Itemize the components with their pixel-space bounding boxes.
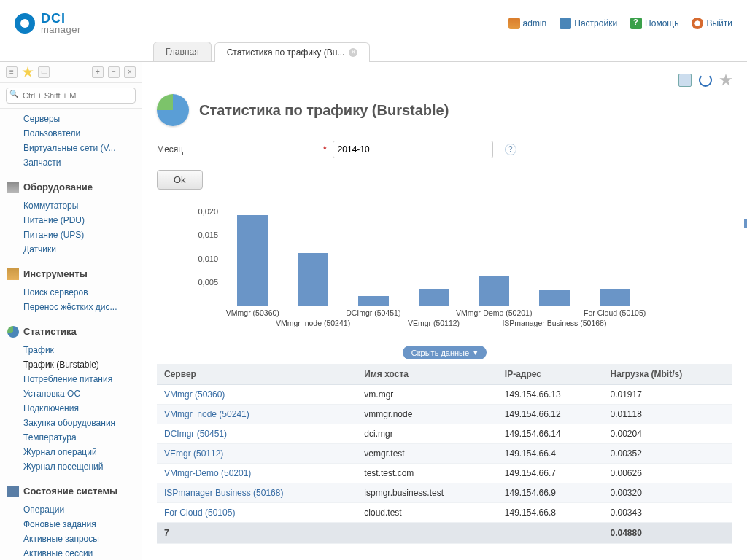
sidebar-item[interactable]: Потребление питания: [0, 372, 142, 386]
table-row[interactable]: VMmgr_node (50241)vmmgr.node149.154.66.1…: [157, 405, 732, 424]
chart-legend: Нагрузка (Mbit/s): [744, 219, 747, 236]
sidebar-item[interactable]: Операции: [0, 502, 142, 517]
table-row[interactable]: ISPmanager Business (50168)ispmgr.busine…: [157, 483, 732, 503]
sidebar-item[interactable]: Поиск серверов: [0, 285, 142, 300]
host-cell: vmmgr.node: [357, 405, 498, 424]
tab-traffic-stats[interactable]: Статистика по трафику (Bu... ×: [214, 42, 371, 62]
sidebar-item[interactable]: Питание (UPS): [0, 228, 142, 242]
favorite-icon[interactable]: [719, 74, 732, 87]
close-icon[interactable]: ×: [349, 48, 357, 57]
expand-icon[interactable]: +: [92, 66, 104, 78]
sidebar-item[interactable]: Виртуальные сети (V...: [0, 141, 142, 155]
chart-bar[interactable]: [237, 215, 268, 306]
table-row[interactable]: VMmgr (50360)vm.mgr149.154.66.130.01917: [157, 385, 732, 405]
load-cell: 0.01118: [603, 405, 732, 424]
stats-icon: [7, 326, 19, 338]
chart-bar[interactable]: [539, 290, 570, 306]
search-input[interactable]: [6, 88, 136, 104]
server-cell[interactable]: VMmgr (50360): [157, 385, 357, 405]
table-header[interactable]: Нагрузка (Mbit/s): [603, 364, 732, 385]
sidebar-item[interactable]: Коммутаторы: [0, 198, 142, 213]
sidebar-item[interactable]: Установка ОС: [0, 386, 142, 401]
host-cell: vemgr.test: [357, 444, 498, 464]
server-cell[interactable]: DCImgr (50451): [157, 424, 357, 444]
help-link[interactable]: Помощь: [630, 18, 678, 29]
server-cell[interactable]: VMmgr-Demo (50201): [157, 464, 357, 483]
sidebar-item[interactable]: Перенос жёстких дис...: [0, 300, 142, 314]
host-cell: test.test.com: [357, 464, 498, 483]
help-button[interactable]: ?: [505, 144, 516, 155]
exit-icon: [692, 18, 703, 29]
table-row[interactable]: DCImgr (50451)dci.mgr149.154.66.140.0020…: [157, 424, 732, 444]
ip-cell: 149.154.66.12: [498, 405, 603, 424]
ok-button[interactable]: Ok: [157, 170, 203, 190]
user-icon: [508, 18, 520, 29]
footer-count: 7: [157, 523, 357, 544]
sidebar-head-stats[interactable]: Статистика: [0, 320, 142, 340]
sidebar-item[interactable]: Серверы: [0, 112, 142, 126]
sidebar-head-hardware[interactable]: Оборудование: [0, 176, 142, 195]
exit-link[interactable]: Выйти: [692, 18, 732, 29]
reload-icon[interactable]: [699, 74, 712, 87]
settings-link[interactable]: Настройки: [560, 18, 617, 29]
user-link[interactable]: admin: [508, 18, 547, 29]
sidebar-item[interactable]: Активные сессии: [0, 546, 142, 560]
ip-cell: 149.154.66.7: [498, 464, 603, 483]
table-header[interactable]: Сервер: [157, 364, 357, 385]
tab-main[interactable]: Главная: [153, 42, 212, 61]
list-icon[interactable]: ≡: [6, 66, 18, 78]
hide-data-button[interactable]: Скрыть данные: [403, 346, 487, 359]
sidebar-item[interactable]: Журнал операций: [0, 445, 142, 459]
sidebar-head-system[interactable]: Состояние системы: [0, 480, 142, 499]
print-icon[interactable]: [678, 74, 692, 87]
sidebar-item[interactable]: Трафик: [0, 343, 142, 357]
host-cell: vm.mgr: [357, 385, 498, 405]
top-links: admin Настройки Помощь Выйти: [508, 18, 732, 29]
table-header[interactable]: Имя хоста: [357, 364, 498, 385]
chart-bar[interactable]: [479, 276, 509, 306]
sidebar-item[interactable]: Трафик (Burstable): [0, 357, 142, 372]
clipboard-icon[interactable]: ▭: [38, 66, 50, 78]
sidebar-item[interactable]: Подключения: [0, 401, 142, 416]
chart-xlabel: DCImgr (50451): [346, 308, 400, 317]
pie-chart-icon: [157, 94, 189, 126]
main-content: Статистика по трафику (Burstable) Месяц …: [142, 62, 747, 560]
star-icon[interactable]: [22, 66, 34, 78]
tab-main-label: Главная: [166, 47, 199, 57]
server-cell[interactable]: ISPmanager Business (50168): [157, 483, 357, 503]
table-header[interactable]: IP-адрес: [498, 364, 603, 385]
sidebar-item[interactable]: Активные запросы: [0, 532, 142, 546]
required-mark: *: [323, 144, 327, 155]
server-cell[interactable]: For Cloud (50105): [157, 503, 357, 523]
page-title: Статистика по трафику (Burstable): [199, 102, 449, 119]
sidebar-item[interactable]: Питание (PDU): [0, 213, 142, 228]
chart-bar[interactable]: [358, 296, 389, 306]
sidebar-item[interactable]: Закупка оборудования: [0, 416, 142, 430]
collapse-icon[interactable]: −: [108, 66, 120, 78]
sidebar-head-tools[interactable]: Инструменты: [0, 262, 142, 282]
sidebar-item[interactable]: Фоновые задания: [0, 517, 142, 532]
month-input[interactable]: [333, 141, 493, 158]
sidebar-item[interactable]: Пользователи: [0, 126, 142, 141]
chart-bar[interactable]: [298, 253, 328, 306]
chart-bar[interactable]: [419, 289, 449, 306]
server-cell[interactable]: VEmgr (50112): [157, 444, 357, 464]
month-label: Месяц: [157, 144, 317, 155]
sidebar: ≡ ▭ + − × СерверыПользователиВиртуальные…: [0, 62, 142, 560]
ip-cell: 149.154.66.13: [498, 385, 603, 405]
table-row[interactable]: VMmgr-Demo (50201)test.test.com149.154.6…: [157, 464, 732, 483]
table-row[interactable]: VEmgr (50112)vemgr.test149.154.66.40.003…: [157, 444, 732, 464]
sidebar-item[interactable]: Запчасти: [0, 155, 142, 170]
host-cell: ispmgr.business.test: [357, 483, 498, 503]
footer-total: 0.04880: [603, 523, 732, 544]
sidebar-search: [0, 83, 142, 109]
table-row[interactable]: For Cloud (50105)cloud.test149.154.66.80…: [157, 503, 732, 523]
sidebar-item[interactable]: Датчики: [0, 242, 142, 257]
ip-cell: 149.154.66.14: [498, 424, 603, 444]
chart-bar[interactable]: [600, 289, 630, 306]
server-cell[interactable]: VMmgr_node (50241): [157, 405, 357, 424]
close-panel-icon[interactable]: ×: [124, 66, 136, 78]
sidebar-item[interactable]: Журнал посещений: [0, 459, 142, 474]
sidebar-item[interactable]: Температура: [0, 430, 142, 445]
load-cell: 0.00626: [603, 464, 732, 483]
